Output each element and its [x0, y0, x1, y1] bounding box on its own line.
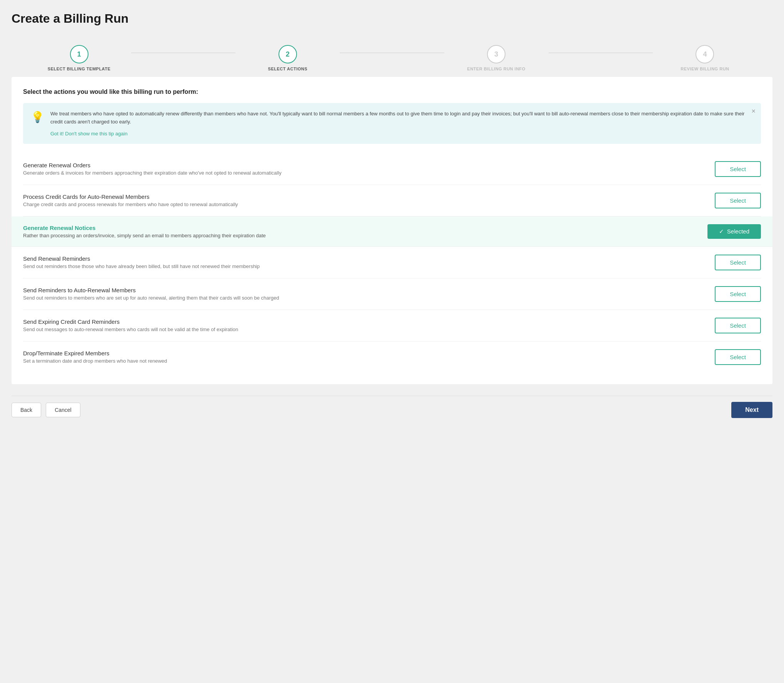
step-4: 4 REVIEW BILLING RUN: [653, 45, 757, 71]
step-2-circle: 2: [279, 45, 297, 63]
action-info: Send Renewal Reminders Send out reminder…: [23, 255, 715, 269]
step-3: 3 ENTER BILLING RUN INFO: [444, 45, 549, 71]
step-2: 2 SELECT ACTIONS: [235, 45, 340, 71]
next-button[interactable]: Next: [731, 402, 772, 418]
action-row-generate-renewal-orders: Generate Renewal Orders Generate orders …: [23, 153, 761, 185]
step-3-circle: 3: [487, 45, 505, 63]
tip-box: 💡 We treat members who have opted to aut…: [23, 103, 761, 144]
select-button-generate-renewal-orders[interactable]: Select: [715, 161, 761, 177]
action-desc: Send out messages to auto-renewal member…: [23, 327, 715, 332]
main-card: Select the actions you would like this b…: [12, 77, 772, 384]
step-4-circle: 4: [696, 45, 714, 63]
action-desc: Send out reminders to members who are se…: [23, 295, 715, 301]
select-button-send-renewal-reminders[interactable]: Select: [715, 255, 761, 270]
action-row-process-credit-cards: Process Credit Cards for Auto-Renewal Me…: [23, 185, 761, 217]
action-name: Process Credit Cards for Auto-Renewal Me…: [23, 193, 715, 200]
stepper: 1 SELECT BILLING TEMPLATE 2 SELECT ACTIO…: [12, 37, 772, 77]
back-button[interactable]: Back: [12, 403, 41, 417]
action-info: Drop/Terminate Expired Members Set a ter…: [23, 350, 715, 364]
step-3-label: ENTER BILLING RUN INFO: [467, 67, 525, 71]
action-info: Send Expiring Credit Card Reminders Send…: [23, 318, 715, 332]
action-row-generate-renewal-notices: Generate Renewal Notices Rather than pro…: [12, 217, 772, 247]
footer: Back Cancel Next: [12, 396, 772, 418]
action-row-send-renewal-reminders: Send Renewal Reminders Send out reminder…: [23, 247, 761, 278]
action-name: Send Renewal Reminders: [23, 255, 715, 262]
step-1-label: SELECT BILLING TEMPLATE: [48, 67, 110, 71]
select-button-drop-terminate-expired[interactable]: Select: [715, 349, 761, 365]
lightbulb-icon: 💡: [31, 111, 44, 123]
step-1: 1 SELECT BILLING TEMPLATE: [27, 45, 131, 71]
action-name: Drop/Terminate Expired Members: [23, 350, 715, 356]
action-desc: Generate orders & invoices for members a…: [23, 170, 715, 176]
step-2-label: SELECT ACTIONS: [268, 67, 308, 71]
page-title: Create a Billing Run: [12, 12, 772, 26]
action-desc: Send out reminders those those who have …: [23, 263, 715, 269]
action-desc: Set a termination date and drop members …: [23, 358, 715, 364]
action-name-selected: Generate Renewal Notices: [23, 225, 707, 231]
action-name: Send Expiring Credit Card Reminders: [23, 318, 715, 325]
footer-left: Back Cancel: [12, 403, 80, 417]
step-connector-2-3: [340, 53, 444, 53]
select-button-process-credit-cards[interactable]: Select: [715, 193, 761, 208]
checkmark-icon: ✓: [719, 228, 724, 235]
action-row-send-reminders-auto-renewal: Send Reminders to Auto-Renewal Members S…: [23, 278, 761, 310]
action-list: Generate Renewal Orders Generate orders …: [23, 153, 761, 373]
action-info: Generate Renewal Orders Generate orders …: [23, 162, 715, 176]
action-desc-selected: Rather than processing an orders/invoice…: [23, 233, 707, 238]
action-info: Generate Renewal Notices Rather than pro…: [23, 225, 707, 238]
action-row-send-expiring-credit-card: Send Expiring Credit Card Reminders Send…: [23, 310, 761, 342]
step-1-circle: 1: [70, 45, 88, 63]
action-info: Process Credit Cards for Auto-Renewal Me…: [23, 193, 715, 207]
action-row-drop-terminate-expired: Drop/Terminate Expired Members Set a ter…: [23, 342, 761, 373]
select-button-send-expiring-credit-card[interactable]: Select: [715, 318, 761, 333]
action-desc: Charge credit cards and process renewals…: [23, 202, 715, 207]
step-connector-1-2: [131, 53, 235, 53]
section-title: Select the actions you would like this b…: [23, 88, 761, 95]
selected-button-generate-renewal-notices[interactable]: ✓ Selected: [707, 224, 761, 239]
action-info: Send Reminders to Auto-Renewal Members S…: [23, 287, 715, 301]
tip-dismiss-link[interactable]: Got it! Don't show me this tip again: [50, 131, 127, 137]
action-name: Send Reminders to Auto-Renewal Members: [23, 287, 715, 293]
tip-text: We treat members who have opted to autom…: [50, 110, 753, 126]
tip-content: We treat members who have opted to autom…: [50, 110, 753, 137]
select-button-send-reminders-auto-renewal[interactable]: Select: [715, 286, 761, 302]
close-icon[interactable]: ×: [751, 108, 756, 115]
step-4-label: REVIEW BILLING RUN: [681, 67, 729, 71]
cancel-button[interactable]: Cancel: [46, 403, 80, 417]
step-connector-3-4: [549, 53, 653, 53]
action-name: Generate Renewal Orders: [23, 162, 715, 168]
